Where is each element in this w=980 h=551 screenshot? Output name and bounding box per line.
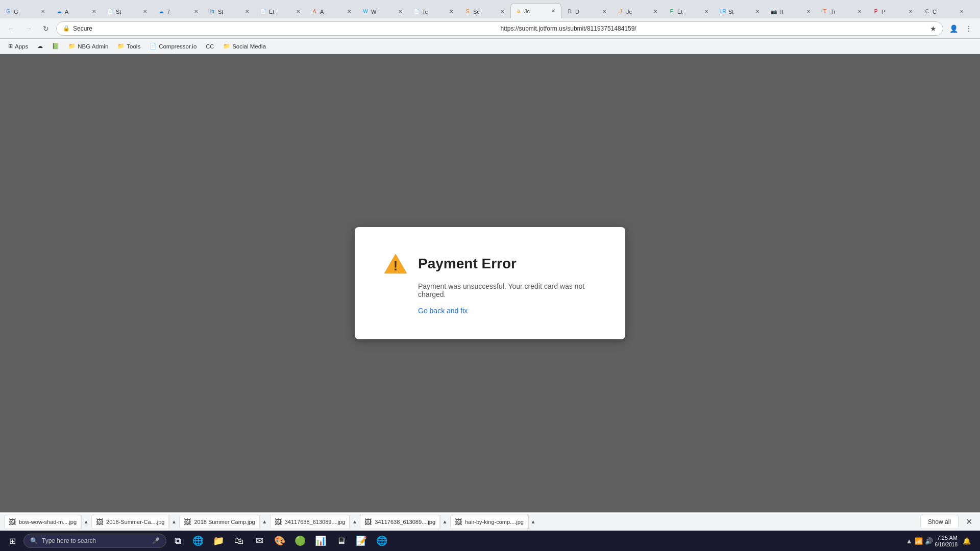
- browser-tab-tab3[interactable]: 📄 St ✕: [102, 4, 153, 18]
- tab-close-icon[interactable]: ✕: [805, 8, 812, 15]
- browser-tab-tab17[interactable]: T Ti ✕: [817, 4, 868, 18]
- download-chevron-icon[interactable]: ▲: [169, 515, 178, 529]
- bookmark-nbg-admin[interactable]: 📁NBG Admin: [64, 40, 112, 53]
- bookmark-bookmark2[interactable]: 📗: [48, 40, 63, 53]
- browser-tab-tab14[interactable]: E Et ✕: [664, 4, 715, 18]
- start-button[interactable]: ⊞: [2, 531, 22, 551]
- download-chevron-icon[interactable]: ▲: [260, 515, 269, 529]
- show-all-button[interactable]: Show all: [920, 515, 959, 529]
- browser-tab-tab6[interactable]: 📄 Et ✕: [255, 4, 306, 18]
- tab-close-icon[interactable]: ✕: [703, 8, 710, 15]
- download-item-dl1[interactable]: 🖼bow-wow-shad-m....jpg: [4, 515, 81, 529]
- bookmarks-bar: ⊞Apps☁📗📁NBG Admin📁Tools📄Compressor.ioCC📁…: [0, 39, 980, 54]
- browser-tab-tab5[interactable]: in St ✕: [204, 4, 255, 18]
- tab-title: G: [14, 9, 37, 15]
- microphone-icon[interactable]: 🎤: [152, 537, 160, 544]
- file-explorer-button[interactable]: 📁: [208, 531, 229, 551]
- tab-close-icon[interactable]: ✕: [907, 8, 914, 15]
- browser-tab-tab8[interactable]: W W ✕: [357, 4, 408, 18]
- browser-tab-tab1[interactable]: G G ✕: [0, 4, 51, 18]
- taskbar-search[interactable]: 🔍 Type here to search 🎤: [23, 534, 166, 548]
- reload-button[interactable]: ↻: [39, 21, 53, 36]
- tab-close-icon[interactable]: ✕: [652, 8, 659, 15]
- address-box[interactable]: 🔒 Secure https://submit.jotform.us/submi…: [56, 21, 943, 36]
- tab-title: H: [779, 9, 803, 15]
- store-button[interactable]: 🛍: [229, 531, 249, 551]
- minimize-button[interactable]: −: [970, 0, 980, 18]
- download-item-dl5[interactable]: 🖼34117638_613089....jpg: [360, 515, 440, 529]
- tab-favicon: P: [872, 8, 879, 15]
- bookmark-apps[interactable]: ⊞Apps: [4, 40, 32, 53]
- tab-close-icon[interactable]: ✕: [90, 8, 97, 15]
- app8-button[interactable]: 🖥: [331, 531, 351, 551]
- chrome-taskbar-button[interactable]: 🌐: [372, 531, 392, 551]
- chrome-menu-button[interactable]: ⋮: [962, 21, 976, 36]
- tab-close-icon[interactable]: ✕: [958, 8, 965, 15]
- bookmark-cc[interactable]: CC: [202, 40, 218, 53]
- download-chevron-icon[interactable]: ▲: [528, 515, 537, 529]
- download-chevron-icon[interactable]: ▲: [81, 515, 90, 529]
- task-view-button[interactable]: ⧉: [167, 531, 188, 551]
- browser-tab-tab2[interactable]: ☁ A ✕: [51, 4, 102, 18]
- browser-tab-tab10[interactable]: S Sc ✕: [459, 4, 510, 18]
- tab-favicon: 📄: [413, 8, 420, 15]
- browser-tab-tab7[interactable]: A A ✕: [306, 4, 357, 18]
- back-button[interactable]: ←: [4, 21, 18, 36]
- browser-tab-tab11[interactable]: a Jc ✕: [510, 3, 561, 18]
- browser-tab-tab18[interactable]: P P ✕: [868, 4, 919, 18]
- browser-tab-tab19[interactable]: C C ✕: [919, 4, 970, 18]
- browser-tab-tab13[interactable]: J Jc ✕: [612, 4, 664, 18]
- download-bar-close-icon[interactable]: ✕: [962, 515, 976, 529]
- tab-favicon: T: [821, 8, 828, 15]
- tab-close-icon[interactable]: ✕: [39, 8, 46, 15]
- bookmark-icon: ☁: [37, 43, 43, 49]
- download-item-dl3[interactable]: 🖼2018 Summer Camp.jpg: [179, 515, 259, 529]
- go-back-link[interactable]: Go back and fix: [418, 307, 597, 315]
- browser-tab-tab12[interactable]: D D ✕: [561, 4, 612, 18]
- mail-button[interactable]: ✉: [249, 531, 270, 551]
- bookmark-star-icon[interactable]: ★: [930, 24, 937, 33]
- tab-close-icon[interactable]: ✕: [192, 8, 200, 15]
- tab-close-icon[interactable]: ✕: [856, 8, 863, 15]
- error-header: ! Payment Error: [383, 252, 597, 276]
- edge-button[interactable]: 🌐: [188, 531, 208, 551]
- browser-tab-tab9[interactable]: 📄 Tc ✕: [408, 4, 459, 18]
- browser-tab-tab15[interactable]: LR St ✕: [715, 4, 766, 18]
- tab-close-icon[interactable]: ✕: [141, 8, 149, 15]
- bookmark-tools[interactable]: 📁Tools: [113, 40, 144, 53]
- greenshot-button[interactable]: 🟢: [290, 531, 310, 551]
- download-chevron-icon[interactable]: ▲: [440, 515, 449, 529]
- bookmark-label: Social Media: [232, 43, 266, 49]
- tab-close-icon[interactable]: ✕: [754, 8, 761, 15]
- browser-tab-tab16[interactable]: 📷 H ✕: [766, 4, 817, 18]
- browser-tab-tab4[interactable]: ☁ 7 ✕: [153, 4, 204, 18]
- tab-favicon: 📄: [260, 8, 267, 15]
- bookmark-compressor[interactable]: 📄Compressor.io: [145, 40, 201, 53]
- download-chevron-icon[interactable]: ▲: [350, 515, 359, 529]
- download-item-dl4[interactable]: 🖼34117638_613089....jpg: [270, 515, 350, 529]
- volume-icon[interactable]: 🔊: [925, 537, 933, 545]
- tab-title: St: [218, 9, 241, 15]
- tab-close-icon[interactable]: ✕: [499, 8, 506, 15]
- tab-close-icon[interactable]: ✕: [550, 8, 557, 15]
- forward-button[interactable]: →: [21, 21, 36, 36]
- bookmark-social-media[interactable]: 📁Social Media: [219, 40, 270, 53]
- tab-favicon: 📷: [770, 8, 777, 15]
- tab-close-icon[interactable]: ✕: [346, 8, 353, 15]
- paint-button[interactable]: 🎨: [270, 531, 290, 551]
- tab-close-icon[interactable]: ✕: [295, 8, 302, 15]
- tray-up-icon[interactable]: ▲: [906, 537, 913, 545]
- download-item-dl2[interactable]: 🖼2018-Summer-Ca....jpg: [91, 515, 169, 529]
- tab-favicon: C: [923, 8, 930, 15]
- bookmark-bookmark1[interactable]: ☁: [33, 40, 47, 53]
- tab-close-icon[interactable]: ✕: [448, 8, 455, 15]
- download-item-dl6[interactable]: 🖼hair-by-king-comp....jpg: [450, 515, 528, 529]
- word-button[interactable]: 📝: [351, 531, 372, 551]
- tab-close-icon[interactable]: ✕: [243, 8, 251, 15]
- profile-button[interactable]: 👤: [946, 21, 961, 36]
- excel-button[interactable]: 📊: [310, 531, 331, 551]
- network-icon[interactable]: 📶: [915, 537, 923, 545]
- notification-button[interactable]: 🔔: [960, 534, 974, 548]
- tab-close-icon[interactable]: ✕: [601, 8, 608, 15]
- tab-close-icon[interactable]: ✕: [397, 8, 404, 15]
